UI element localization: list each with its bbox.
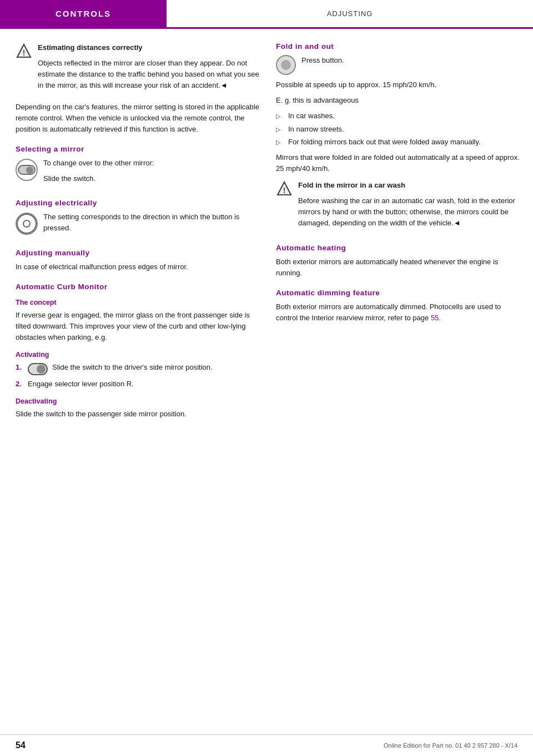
svg-text:!: !	[283, 186, 286, 195]
selecting-mirror-text: To change over to the other mirror: Slid…	[43, 158, 259, 189]
heading-auto-heating: Automatic heating	[276, 244, 520, 252]
heading-selecting-mirror: Selecting a mirror	[16, 145, 259, 153]
svg-text:!: !	[23, 48, 26, 57]
sub-heading-concept: The concept	[16, 299, 259, 306]
fold-body3: Mirrors that were folded in are folded o…	[276, 152, 520, 174]
switch-icon	[16, 159, 38, 181]
tab-controls[interactable]: CONTROLS	[0, 0, 167, 27]
mirror-feature-text: Depending on the car's features, the mir…	[16, 102, 259, 135]
heading-adjusting-manually: Adjusting manually	[16, 249, 259, 257]
page-number: 54	[16, 740, 26, 750]
warning-distances-text: Estimating distances correctly Objects r…	[38, 42, 259, 96]
warning-carwash-icon: !	[276, 180, 293, 197]
concept-body-text: If reverse gear is engaged, the mirror g…	[16, 310, 259, 343]
right-column: Fold in and out Press button. Possible a…	[276, 42, 520, 424]
deactivating-text: Slide the switch to the passenger side m…	[16, 409, 259, 420]
fold-body2: E. g. this is advantageous	[276, 95, 520, 106]
fold-instruction-text: Press button.	[301, 55, 520, 70]
warning-distances: ! Estimating distances correctly Objects…	[16, 42, 259, 96]
fold-in-out-row: Press button.	[276, 55, 520, 75]
selecting-mirror-row: To change over to the other mirror: Slid…	[16, 158, 259, 189]
warning-fold-carwash: ! Fold in the mirror in a car wash Befor…	[276, 180, 520, 234]
tab-adjusting[interactable]: ADJUSTING	[167, 0, 533, 27]
main-content: ! Estimating distances correctly Objects…	[0, 29, 533, 437]
adjusting-electrically-text: The setting corresponds to the direction…	[43, 211, 259, 238]
warning-carwash-text: Fold in the mirror in a car wash Before …	[298, 180, 520, 234]
activating-step-2: 2. Engage selector lever position R.	[16, 379, 259, 390]
auto-heating-text: Both exterior mirrors are automatically …	[276, 256, 520, 279]
sub-heading-deactivating: Deactivating	[16, 397, 259, 405]
warning-triangle-icon: !	[16, 43, 32, 59]
heading-adjusting-electrically: Adjusting electrically	[16, 199, 259, 207]
heading-fold-in-out: Fold in and out	[276, 42, 520, 51]
fold-bullet-3: For folding mirrors back out that were f…	[276, 137, 520, 148]
adjusting-electrically-row: The setting corresponds to the direction…	[16, 211, 259, 238]
footer-text: Online Edition for Part no. 01 40 2 957 …	[384, 742, 517, 749]
footer: 54 Online Edition for Part no. 01 40 2 9…	[0, 734, 533, 756]
fold-bullets: In car washes. In narrow streets. For fo…	[276, 110, 520, 148]
fold-body1: Possible at speeds up to approx. 15 mph/…	[276, 79, 520, 90]
auto-dimming-text: Both exterior mirrors are automatically …	[276, 301, 520, 324]
left-column: ! Estimating distances correctly Objects…	[16, 42, 259, 424]
heading-auto-dimming: Automatic dimming feature	[276, 289, 520, 297]
switch-small-icon	[28, 363, 48, 375]
fold-bullet-1: In car washes.	[276, 110, 520, 122]
activating-list: 1. Slide the switch to the driver's side…	[16, 362, 259, 390]
fold-bullet-2: In narrow streets.	[276, 124, 520, 135]
adjusting-manually-text: In case of electrical malfunction press …	[16, 261, 259, 273]
joystick-icon	[16, 213, 38, 235]
tab-controls-label: CONTROLS	[56, 9, 111, 18]
header: CONTROLS ADJUSTING	[0, 0, 533, 29]
tab-adjusting-label: ADJUSTING	[327, 9, 373, 18]
heading-auto-curb: Automatic Curb Monitor	[16, 283, 259, 291]
page-55-link[interactable]: 55	[431, 314, 439, 322]
fold-button-icon	[276, 55, 296, 75]
sub-heading-activating: Activating	[16, 351, 259, 359]
activating-step-1: 1. Slide the switch to the driver's side…	[16, 362, 259, 375]
